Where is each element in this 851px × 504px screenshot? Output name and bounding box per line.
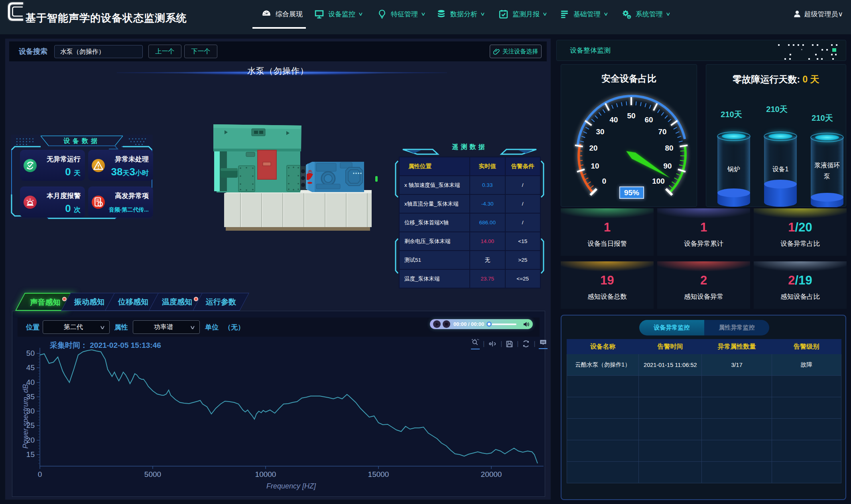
svg-text:15000: 15000: [368, 470, 389, 479]
svg-text:15: 15: [26, 450, 35, 459]
svg-text:10000: 10000: [255, 470, 276, 479]
svg-text:浆液循环: 浆液循环: [814, 162, 840, 169]
svg-text:Power spectrum, dB: Power spectrum, dB: [22, 384, 30, 449]
svg-text:泵: 泵: [824, 173, 830, 180]
svg-text:45: 45: [26, 363, 35, 372]
svg-text:锅炉: 锅炉: [727, 166, 740, 173]
svg-text:5000: 5000: [144, 470, 161, 479]
svg-text:Frequency [HZ]: Frequency [HZ]: [266, 482, 316, 490]
svg-text:20000: 20000: [481, 470, 502, 479]
svg-text:0: 0: [38, 470, 42, 479]
svg-text:50: 50: [26, 349, 35, 357]
svg-text:设备1: 设备1: [772, 166, 789, 173]
